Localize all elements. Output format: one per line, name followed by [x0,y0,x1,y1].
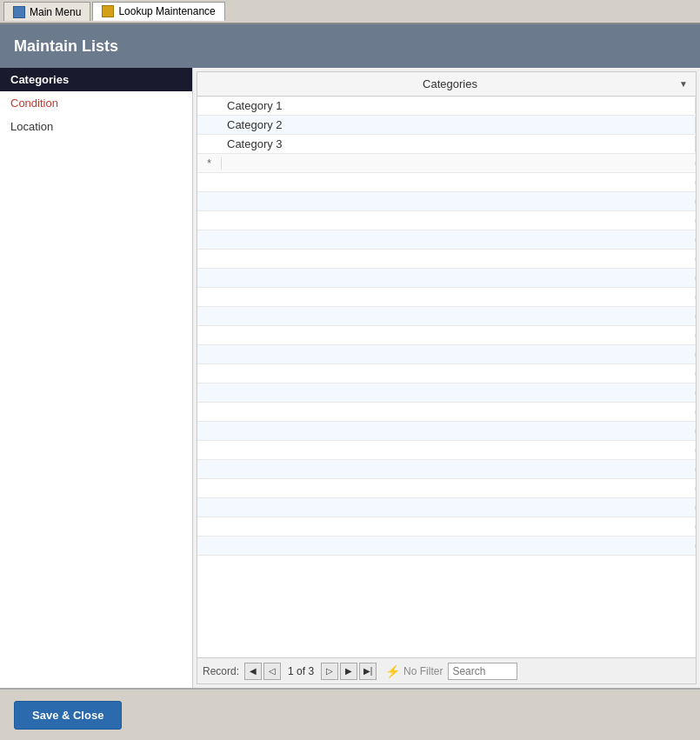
nav-record-info: 1 of 3 [288,665,314,677]
empty-cell [222,238,696,242]
empty-row [197,288,696,307]
nav-last-button[interactable]: ▶ [340,663,357,680]
nav-filter-area: ⚡ No Filter [385,664,443,678]
main-menu-icon [13,6,25,18]
column-dropdown-button[interactable]: ▼ [675,76,692,93]
empty-row [197,192,696,211]
empty-cell [222,200,696,203]
empty-cell [222,334,696,337]
empty-row [197,269,696,288]
empty-row [197,345,696,364]
data-grid: Categories ▼ Category 1 Category 2 Categ… [197,71,697,684]
empty-cell [222,506,696,510]
main-content: Categories Condition Location Categories… [0,68,700,688]
empty-row [197,326,696,345]
empty-cell [222,315,696,318]
nav-last-icon: ▶ [345,666,352,676]
new-row-cell[interactable] [222,162,696,165]
empty-row [197,422,696,441]
empty-row [197,479,696,498]
tab-main-menu-label: Main Menu [30,6,81,18]
empty-cell [222,391,696,395]
tab-main-menu[interactable]: Main Menu [3,2,90,21]
search-input[interactable] [448,663,517,680]
empty-row [197,403,696,422]
nav-next-button[interactable]: ▷ [321,663,338,680]
empty-row [197,537,696,556]
empty-row [197,211,696,230]
empty-cell [222,219,696,223]
nav-first-button[interactable]: ◀ [244,663,262,680]
table-row[interactable]: Category 1 [197,97,696,116]
empty-row [197,441,696,460]
tab-lookup-maintenance[interactable]: Lookup Maintenance [92,2,224,21]
empty-cell [222,372,696,376]
record-label: Record: [203,665,239,677]
grid-column-header: Categories [225,77,675,90]
empty-cell [222,525,696,529]
empty-cell [222,544,696,548]
empty-cell [222,449,696,452]
empty-cell [222,277,696,280]
page-header: Maintain Lists [0,24,700,68]
empty-cell [222,296,696,299]
sidebar-item-location[interactable]: Location [0,115,192,138]
empty-row [197,364,696,383]
empty-cell [222,487,696,490]
grid-header: Categories ▼ [197,72,696,97]
lookup-maintenance-icon [102,5,114,17]
page-title: Maintain Lists [14,37,118,56]
nav-next-icon: ▷ [326,666,333,676]
left-panel: Categories Condition Location [0,68,193,688]
sidebar-item-categories[interactable]: Categories [0,68,192,91]
empty-row [197,517,696,537]
nav-prev-button[interactable]: ◁ [263,663,281,680]
tab-bar: Main Menu Lookup Maintenance [0,0,700,24]
nav-bar: Record: ◀ ◁ 1 of 3 ▷ ▶ ▶| ⚡ No Filter [197,657,696,683]
nav-last-new-button[interactable]: ▶| [359,663,377,680]
empty-cell [222,181,696,184]
empty-cell [222,353,696,357]
save-close-button[interactable]: Save & Close [14,701,122,730]
empty-cell [222,430,696,433]
empty-cell [222,410,696,414]
empty-cell [222,257,696,261]
empty-row [197,307,696,326]
grid-body: Category 1 Category 2 Category 3 * [197,97,696,657]
grid-cell-value[interactable]: Category 2 [222,117,696,133]
nav-last-new-icon: ▶| [363,666,373,676]
empty-row [197,498,696,517]
empty-row [197,383,696,403]
grid-cell-value[interactable]: Category 3 [222,136,696,152]
empty-cell [222,468,696,471]
empty-row [197,230,696,250]
filter-icon: ⚡ [385,664,400,678]
nav-first-icon: ◀ [250,666,257,676]
grid-cell-value[interactable]: Category 1 [222,97,696,114]
nav-prev-icon: ◁ [269,666,276,676]
empty-row [197,460,696,479]
tab-lookup-maintenance-label: Lookup Maintenance [118,5,215,17]
table-row[interactable]: Category 3 [197,135,696,154]
empty-row [197,173,696,192]
table-row[interactable]: Category 2 [197,116,696,135]
new-row[interactable]: * [197,154,696,173]
sidebar-item-condition[interactable]: Condition [0,91,192,115]
empty-row [197,250,696,269]
bottom-bar: Save & Close [0,688,700,740]
new-row-indicator: * [197,157,222,170]
filter-text: No Filter [403,665,443,677]
